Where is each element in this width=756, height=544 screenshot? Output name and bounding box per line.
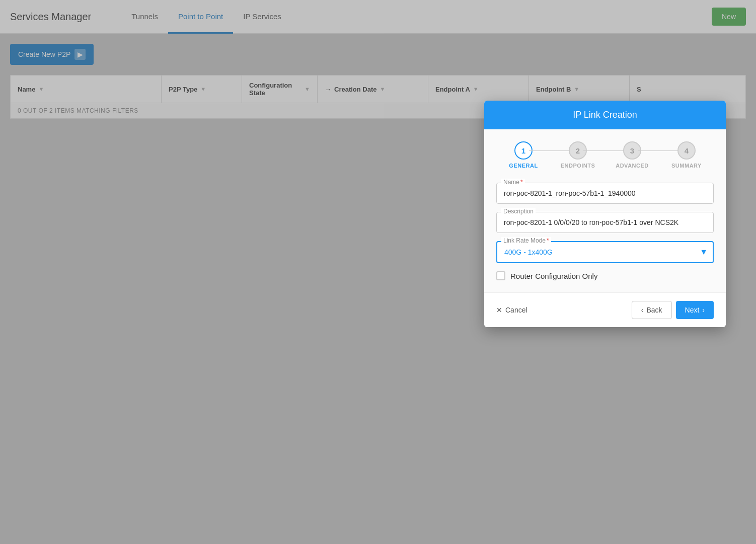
step-4: 4 SUMMARY: [659, 141, 714, 169]
next-label: Next: [685, 306, 700, 314]
step-2-number: 2: [576, 146, 580, 155]
step-4-number: 4: [685, 146, 689, 155]
link-rate-select[interactable]: 400G - 1x400G 100G - 1x100G 200G - 2x100…: [496, 241, 714, 263]
name-field-group: Name: [496, 183, 714, 204]
step-1-number: 1: [521, 146, 525, 155]
description-field-group: Description: [496, 212, 714, 233]
step-3-circle: 3: [623, 141, 641, 160]
back-chevron-icon: ‹: [641, 306, 644, 314]
modal-overlay: IP Link Creation 1 GENERAL 2 ENDPOINTS: [0, 0, 756, 544]
link-rate-select-wrapper: 400G - 1x400G 100G - 1x100G 200G - 2x100…: [496, 241, 714, 263]
modal-title: IP Link Creation: [573, 110, 637, 120]
next-chevron-icon: ›: [702, 306, 705, 314]
step-3: 3 ADVANCED: [605, 141, 659, 169]
link-rate-field-group: Link Rate Mode 400G - 1x400G 100G - 1x10…: [496, 241, 714, 263]
modal-footer: ✕ Cancel ‹ Back Next ›: [484, 292, 726, 327]
modal-header: IP Link Creation: [484, 101, 726, 129]
back-label: Back: [646, 306, 662, 314]
step-2-label: ENDPOINTS: [561, 163, 595, 169]
steps-indicator: 1 GENERAL 2 ENDPOINTS 3 ADVANCED: [496, 141, 714, 169]
cancel-x-icon: ✕: [496, 306, 502, 314]
description-input[interactable]: [496, 212, 714, 233]
step-4-circle: 4: [677, 141, 696, 160]
modal-ip-link-creation: IP Link Creation 1 GENERAL 2 ENDPOINTS: [484, 101, 726, 327]
step-1: 1 GENERAL: [496, 141, 551, 169]
step-2: 2 ENDPOINTS: [551, 141, 605, 169]
cancel-button[interactable]: ✕ Cancel: [496, 306, 527, 314]
modal-body: 1 GENERAL 2 ENDPOINTS 3 ADVANCED: [484, 129, 726, 292]
link-rate-label: Link Rate Mode: [501, 237, 551, 244]
name-field-label: Name: [501, 179, 525, 186]
step-4-label: SUMMARY: [671, 163, 702, 169]
step-3-number: 3: [630, 146, 634, 155]
step-1-circle: 1: [514, 141, 533, 160]
description-field-label: Description: [501, 208, 536, 215]
step-3-label: ADVANCED: [616, 163, 649, 169]
back-button[interactable]: ‹ Back: [632, 301, 672, 319]
cancel-label: Cancel: [505, 306, 527, 314]
name-input[interactable]: [496, 183, 714, 204]
footer-right-buttons: ‹ Back Next ›: [632, 301, 714, 319]
router-config-checkbox-row: Router Configuration Only: [496, 271, 714, 280]
step-1-label: GENERAL: [509, 163, 538, 169]
step-2-circle: 2: [569, 141, 587, 160]
router-config-label: Router Configuration Only: [510, 272, 597, 280]
router-config-checkbox[interactable]: [496, 271, 505, 280]
next-button[interactable]: Next ›: [676, 301, 714, 319]
